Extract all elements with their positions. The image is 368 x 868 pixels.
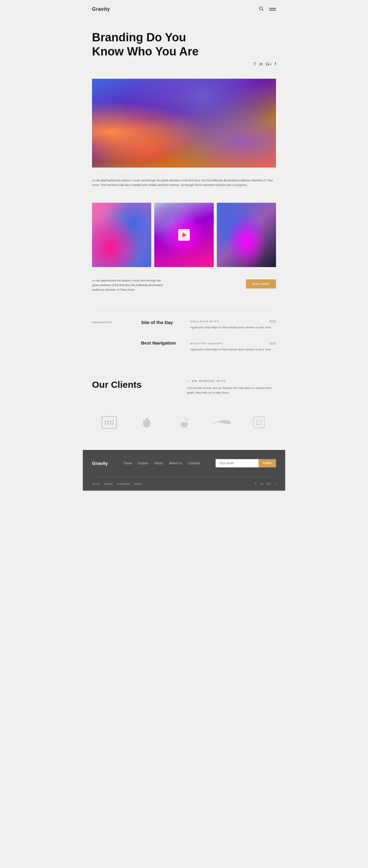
footer-email-row: SEND — [216, 459, 276, 467]
awards-details-col: SINGLETON UI KIT 2018 Application that h… — [190, 320, 276, 351]
clients-title: Our Clients — [92, 379, 181, 395]
footer-facebook-icon[interactable]: f — [275, 482, 276, 486]
twitter-icon[interactable]: 𝕋 — [253, 62, 256, 66]
award-name-2: Best Navigation — [141, 340, 184, 345]
clients-subtitle: — WE WORKED WITH — [187, 379, 276, 382]
facebook-icon[interactable]: f — [275, 62, 276, 66]
footer-bottom-links: Terms Promo Download News — [92, 482, 142, 486]
gallery-grid — [83, 187, 285, 273]
client-logo-apple — [167, 413, 201, 432]
award-entry-1: SINGLETON UI KIT 2018 Application that h… — [190, 320, 276, 330]
footer-nav-contacts[interactable]: Contacts — [188, 462, 200, 465]
footer-promo-link[interactable]: Promo — [104, 482, 113, 486]
social-icons: 𝕋 in G+ f — [92, 62, 276, 66]
header-icons — [259, 6, 276, 12]
footer-nav-about[interactable]: About Us — [169, 462, 182, 465]
footer-googleplus-icon[interactable]: G+ — [267, 482, 272, 486]
footer-nav: Travel Explore Works About Us Contacts — [114, 462, 209, 465]
award-name-1: Site of the Day — [141, 320, 184, 325]
footer-send-button[interactable]: SEND — [258, 459, 276, 467]
footer-terms-link[interactable]: Terms — [92, 482, 100, 486]
awards-names-col: Site of the Day Best Navigation — [141, 320, 184, 351]
footer-news-link[interactable]: News — [134, 482, 142, 486]
footer: Gravity Travel Explore Works About Us Co… — [83, 450, 285, 491]
award-kit-1: SINGLETON UI KIT — [190, 320, 220, 323]
explore-button[interactable]: EXPLORE — [246, 279, 276, 288]
clients-top: Our Clients — WE WORKED WITH Our favorit… — [92, 379, 276, 395]
award-kit-2: MIDLETON HEADERS — [190, 342, 223, 345]
footer-logo: Gravity — [92, 461, 108, 466]
award-desc-1: Application that helps to find nearest s… — [190, 325, 276, 330]
clients-desc-col: — WE WORKED WITH Our favorite brands are… — [187, 379, 276, 395]
footer-social-icons: 𝕋 in G+ f — [254, 482, 276, 486]
client-logo-mi: mi — [92, 413, 126, 432]
svg-point-0 — [259, 7, 262, 10]
footer-bottom: Terms Promo Download News 𝕋 in G+ f — [92, 476, 276, 491]
googleplus-icon[interactable]: G+ — [266, 62, 272, 66]
header-logo: Gravity — [92, 6, 110, 12]
gallery-item-2 — [154, 203, 214, 267]
clients-desc: Our favorite brands are our friends! We … — [187, 385, 276, 395]
footer-nav-travel[interactable]: Travel — [123, 462, 132, 465]
award-desc-2: Application that helps to find nearest s… — [190, 347, 276, 351]
footer-email-input[interactable] — [216, 459, 258, 467]
awards-label: AWWWARDS — [92, 321, 135, 324]
footer-download-link[interactable]: Download — [117, 482, 130, 486]
header: Gravity — [83, 0, 285, 19]
hero-image — [92, 79, 276, 167]
hero-section: Branding Do You Know Who You Are 𝕋 in G+… — [83, 19, 285, 72]
awards-label-col: AWWWARDS — [92, 320, 135, 351]
client-logos: mi — [92, 407, 276, 438]
client-logo-box — [242, 413, 276, 432]
play-button[interactable] — [178, 229, 190, 241]
client-logo-tinder — [130, 413, 164, 432]
explore-text: As we approached the palace I could see … — [92, 278, 166, 292]
clients-section: Our Clients — WE WORKED WITH Our favorit… — [83, 361, 285, 450]
menu-icon[interactable] — [269, 8, 276, 10]
search-icon[interactable] — [259, 6, 264, 12]
award-year-2: 2018 — [269, 342, 276, 345]
hero-title: Branding Do You Know Who You Are — [92, 31, 276, 59]
explore-row: As we approached the palace I could see … — [83, 273, 285, 301]
award-entry-2: MIDLETON HEADERS 2018 Application that h… — [190, 342, 276, 351]
footer-twitter-icon[interactable]: 𝕋 — [254, 482, 257, 486]
svg-line-1 — [262, 9, 263, 11]
hero-description: As we approached the palace I could see … — [83, 174, 285, 187]
gallery-item-3 — [217, 203, 276, 267]
linkedin-icon[interactable]: in — [259, 62, 263, 66]
award-entry-header-1: SINGLETON UI KIT 2018 — [190, 320, 276, 323]
award-year-1: 2018 — [269, 320, 276, 323]
awards-section: AWWWARDS Site of the Day Best Navigation… — [83, 311, 285, 361]
footer-top: Gravity Travel Explore Works About Us Co… — [92, 459, 276, 476]
award-entry-header-2: MIDLETON HEADERS 2018 — [190, 342, 276, 345]
footer-nav-works[interactable]: Works — [154, 462, 163, 465]
client-logo-nike — [204, 413, 238, 432]
footer-nav-explore[interactable]: Explore — [138, 462, 148, 465]
gallery-item-1 — [92, 203, 151, 267]
footer-linkedin-icon[interactable]: in — [260, 482, 263, 486]
